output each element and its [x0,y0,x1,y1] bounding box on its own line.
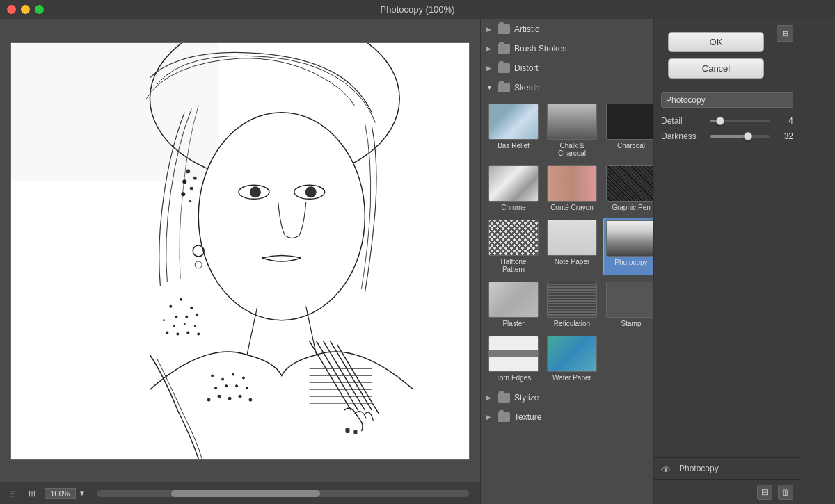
category-stylize[interactable]: ▶ Stylize [481,388,653,407]
filter-photocopy[interactable]: Photocopy [603,218,654,275]
filter-note-paper-thumb [547,220,597,256]
darkness-slider[interactable] [710,135,770,138]
detail-value: 4 [774,116,793,126]
preview-label: Photocopy [679,464,719,473]
collapse-button[interactable]: ⊟ [777,25,793,42]
filter-water-paper[interactable]: Water Paper [545,334,599,384]
filter-stamp[interactable]: Stamp [603,279,654,330]
svg-point-3 [198,112,365,320]
category-stylize-arrow: ▶ [486,394,495,401]
darkness-slider-fill [710,135,748,138]
filter-bas-relief-label: Bas Relief [498,142,530,149]
filter-select-row: Photocopy [654,88,800,112]
scrollbar-thumb [171,490,320,497]
filter-torn-edges-thumb [488,336,539,372]
category-brush-strokes-folder-icon [498,44,510,54]
svg-point-31 [221,377,224,380]
category-brush-strokes-label: Brush Strokes [514,44,566,54]
minimize-button[interactable] [21,5,30,14]
category-brush-strokes-arrow: ▶ [486,45,495,52]
darkness-slider-thumb[interactable] [744,132,752,140]
darkness-value: 32 [774,131,793,141]
category-artistic-arrow: ▶ [486,26,495,33]
category-artistic[interactable]: ▶ Artistic [481,19,653,39]
detail-slider-thumb[interactable] [716,117,724,125]
svg-point-33 [242,376,245,379]
filter-panel: ▶ Artistic ▶ Brush Strokes ▶ Distort ▼ S… [480,19,654,504]
close-button[interactable] [7,5,16,14]
filter-plaster[interactable]: Plaster [486,279,541,330]
filter-select[interactable]: Photocopy [661,92,793,108]
filter-photocopy-thumb [606,220,654,257]
canvas-icon-2[interactable]: ⊞ [25,487,39,501]
filter-graphic-pen[interactable]: Graphic Pen [603,163,654,213]
category-stylize-folder-icon [498,393,510,403]
category-texture[interactable]: ▶ Texture [481,407,653,427]
category-brush-strokes[interactable]: ▶ Brush Strokes [481,39,653,58]
detail-slider[interactable] [710,120,770,122]
filter-note-paper-label: Note Paper [555,258,590,266]
svg-point-14 [163,319,165,321]
filter-reticulation[interactable]: Reticulation [545,279,599,330]
category-sketch-label: Sketch [514,83,540,92]
category-stylize-label: Stylize [514,393,539,403]
canvas-icon-1[interactable]: ⊟ [6,487,19,501]
darkness-slider-row: Darkness 32 [661,131,793,141]
category-texture-arrow: ▶ [486,414,495,421]
filter-bas-relief-thumb [488,104,539,140]
filter-charcoal[interactable]: Charcoal [603,101,654,159]
filter-plaster-label: Plaster [502,320,524,327]
filter-water-paper-label: Water Paper [552,374,591,382]
category-sketch[interactable]: ▼ Sketch [481,78,653,97]
horizontal-scrollbar[interactable] [97,490,469,497]
filter-reticulation-thumb [547,282,597,318]
svg-point-28 [181,192,185,196]
svg-point-11 [175,315,177,318]
category-distort-arrow: ▶ [486,65,495,72]
filter-chrome[interactable]: Chrome [486,163,541,213]
svg-rect-43 [345,428,349,433]
maximize-button[interactable] [35,5,44,14]
zoom-dropdown-arrow[interactable]: ▼ [79,489,86,497]
filter-note-paper[interactable]: Note Paper [545,218,599,275]
filter-chalk-charcoal[interactable]: Chalk & Charcoal [545,101,599,159]
svg-point-17 [194,325,196,327]
preview-eye-icon[interactable]: 👁 [661,464,674,473]
window-title: Photocopy (100%) [381,4,455,15]
settings-panel: OK Cancel ⊟ Photocopy Detail 4 [654,19,800,504]
svg-point-36 [235,384,238,387]
svg-point-19 [176,332,179,335]
svg-point-10 [190,306,193,309]
ok-button[interactable]: OK [668,32,764,52]
filter-reticulation-label: Reticulation [554,320,590,327]
filter-halftone-pattern[interactable]: Halftone Pattern [486,218,541,275]
cancel-button[interactable]: Cancel [668,58,764,79]
svg-point-21 [197,332,200,335]
delete-icon-button[interactable]: 🗑 [778,485,793,500]
filter-torn-edges[interactable]: Torn Edges [486,334,541,384]
svg-point-15 [173,325,175,327]
category-sketch-arrow: ▼ [486,84,495,91]
canvas-area: ⊟ ⊞ 100% ▼ [0,19,480,504]
svg-point-42 [248,398,252,401]
filter-bas-relief[interactable]: Bas Relief [486,101,541,159]
layers-icon-button[interactable]: ⊟ [757,485,772,500]
canvas-image [11,43,469,459]
svg-point-7 [305,186,317,197]
svg-point-13 [196,313,198,316]
filter-charcoal-thumb [606,104,654,140]
canvas-inner [10,42,470,460]
svg-point-34 [214,387,217,389]
category-artistic-label: Artistic [514,24,539,34]
category-sketch-folder-icon [498,83,510,92]
svg-point-6 [250,186,261,197]
filter-chalk-charcoal-thumb [547,104,597,140]
filter-chalk-charcoal-label: Chalk & Charcoal [547,142,597,157]
filter-conte-crayon-label: Conté Crayon [550,204,594,211]
category-distort[interactable]: ▶ Distort [481,58,653,78]
filter-torn-edges-label: Torn Edges [496,374,532,382]
filter-conte-crayon[interactable]: Conté Crayon [545,163,599,213]
filter-graphic-pen-label: Graphic Pen [612,204,651,211]
category-texture-label: Texture [514,412,541,422]
zoom-control[interactable]: 100% ▼ [45,488,86,499]
